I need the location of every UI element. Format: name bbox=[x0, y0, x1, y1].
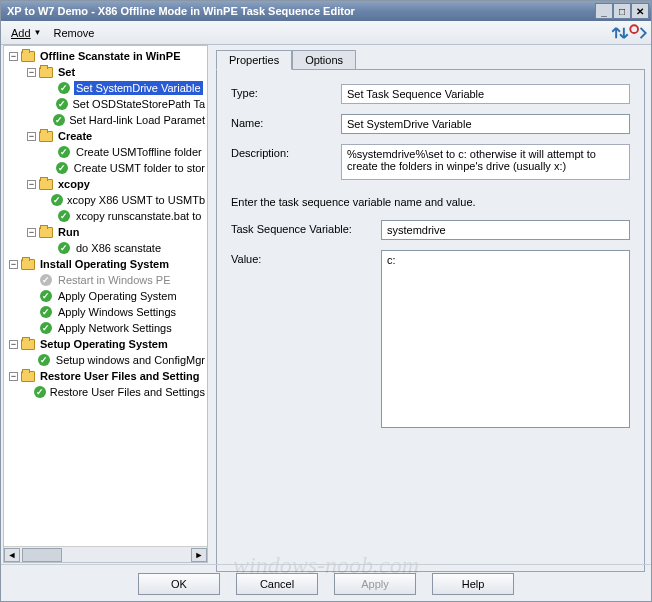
step-ok-icon: ✓ bbox=[51, 193, 63, 207]
remove-button[interactable]: Remove bbox=[48, 25, 101, 41]
tree-node-4[interactable]: ✓Set Hard-link Load Paramet bbox=[4, 112, 207, 128]
folder-icon bbox=[38, 177, 54, 191]
step-ok-icon: ✓ bbox=[34, 385, 46, 399]
ok-button[interactable]: OK bbox=[138, 573, 220, 595]
maximize-button[interactable]: □ bbox=[613, 3, 631, 19]
description-value[interactable]: %systemdrive%\set to c: otherwise it wil… bbox=[341, 144, 630, 180]
tree-twisty-icon bbox=[26, 355, 36, 366]
tree-node-label: Restart in Windows PE bbox=[56, 273, 172, 287]
tab-options[interactable]: Options bbox=[292, 50, 356, 70]
tree-twisty-icon[interactable]: − bbox=[8, 259, 19, 270]
tree-twisty-icon bbox=[44, 147, 55, 158]
tree-twisty-icon[interactable]: − bbox=[26, 131, 37, 142]
tree-node-20[interactable]: −Restore User Files and Setting bbox=[4, 368, 207, 384]
step-ok-icon: ✓ bbox=[56, 209, 72, 223]
cancel-button[interactable]: Cancel bbox=[236, 573, 318, 595]
tree-twisty-icon bbox=[26, 275, 37, 286]
tree-node-12[interactable]: ✓do X86 scanstate bbox=[4, 240, 207, 256]
tree-twisty-icon bbox=[44, 115, 52, 126]
name-input[interactable] bbox=[341, 114, 630, 134]
tree-node-19[interactable]: ✓Setup windows and ConfigMgr bbox=[4, 352, 207, 368]
window-title: XP to W7 Demo - X86 Offline Mode in WinP… bbox=[7, 5, 595, 17]
tree-node-label: Restore User Files and Setting bbox=[38, 369, 202, 383]
folder-icon bbox=[20, 49, 36, 63]
tree-node-16[interactable]: ✓Apply Windows Settings bbox=[4, 304, 207, 320]
tree-twisty-icon[interactable]: − bbox=[26, 227, 37, 238]
tree-node-21[interactable]: ✓Restore User Files and Settings bbox=[4, 384, 207, 400]
tree-twisty-icon bbox=[44, 163, 54, 174]
scroll-thumb[interactable] bbox=[22, 548, 62, 562]
tree-node-10[interactable]: ✓xcopy runscanstate.bat to bbox=[4, 208, 207, 224]
tree-node-label: Apply Network Settings bbox=[56, 321, 174, 335]
tree-node-label: Set SystemDrive Variable bbox=[74, 81, 203, 95]
tree-node-label: Set bbox=[56, 65, 77, 79]
task-tree[interactable]: −Offline Scanstate in WinPE−Set✓Set Syst… bbox=[4, 46, 207, 546]
title-bar: XP to W7 Demo - X86 Offline Mode in WinP… bbox=[1, 1, 651, 21]
tree-node-3[interactable]: ✓Set OSDStateStorePath Ta bbox=[4, 96, 207, 112]
scroll-left-icon[interactable]: ◄ bbox=[4, 548, 20, 562]
folder-icon bbox=[38, 225, 54, 239]
tab-properties[interactable]: Properties bbox=[216, 50, 292, 70]
variable-input[interactable] bbox=[381, 220, 630, 240]
folder-icon bbox=[20, 369, 36, 383]
add-label: Add bbox=[11, 27, 31, 39]
tree-node-label: Run bbox=[56, 225, 81, 239]
tree-node-label: Setup Operating System bbox=[38, 337, 170, 351]
move-down-icon[interactable] bbox=[629, 24, 647, 42]
dropdown-icon: ▼ bbox=[34, 28, 42, 37]
tree-node-label: Offline Scanstate in WinPE bbox=[38, 49, 182, 63]
close-button[interactable]: ✕ bbox=[631, 3, 649, 19]
help-button[interactable]: Help bbox=[432, 573, 514, 595]
tree-node-15[interactable]: ✓Apply Operating System bbox=[4, 288, 207, 304]
variable-label: Task Sequence Variable: bbox=[231, 220, 381, 235]
tree-node-18[interactable]: −Setup Operating System bbox=[4, 336, 207, 352]
tree-twisty-icon bbox=[26, 323, 37, 334]
tree-twisty-icon[interactable]: − bbox=[26, 67, 37, 78]
tree-node-7[interactable]: ✓Create USMT folder to stor bbox=[4, 160, 207, 176]
add-menu-button[interactable]: Add ▼ bbox=[5, 25, 48, 41]
step-ok-icon: ✓ bbox=[55, 97, 69, 111]
tree-twisty-icon bbox=[44, 83, 55, 94]
instruction-text: Enter the task sequence variable name an… bbox=[231, 196, 630, 208]
value-input[interactable]: c: bbox=[381, 250, 630, 428]
folder-icon bbox=[38, 65, 54, 79]
tree-node-5[interactable]: −Create bbox=[4, 128, 207, 144]
folder-icon bbox=[38, 129, 54, 143]
tree-node-11[interactable]: −Run bbox=[4, 224, 207, 240]
tree-twisty-icon[interactable]: − bbox=[8, 51, 19, 62]
dialog-buttons: OK Cancel Apply Help bbox=[1, 564, 651, 595]
value-label: Value: bbox=[231, 250, 381, 265]
tree-node-1[interactable]: −Set bbox=[4, 64, 207, 80]
tree-node-6[interactable]: ✓Create USMToffline folder bbox=[4, 144, 207, 160]
tree-node-9[interactable]: ✓xcopy X86 USMT to USMTb bbox=[4, 192, 207, 208]
step-ok-icon: ✓ bbox=[53, 113, 65, 127]
properties-panel: Type: Set Task Sequence Variable Name: D… bbox=[216, 69, 645, 572]
tree-node-0[interactable]: −Offline Scanstate in WinPE bbox=[4, 48, 207, 64]
tree-twisty-icon bbox=[26, 291, 37, 302]
tree-twisty-icon[interactable]: − bbox=[26, 179, 37, 190]
minimize-button[interactable]: _ bbox=[595, 3, 613, 19]
tree-node-2[interactable]: ✓Set SystemDrive Variable bbox=[4, 80, 207, 96]
step-ok-icon: ✓ bbox=[56, 81, 72, 95]
tree-twisty-icon bbox=[44, 243, 55, 254]
scroll-right-icon[interactable]: ► bbox=[191, 548, 207, 562]
tree-twisty-icon[interactable]: − bbox=[8, 339, 19, 350]
move-up-icon[interactable] bbox=[611, 24, 629, 42]
tree-twisty-icon[interactable]: − bbox=[8, 371, 19, 382]
step-ok-icon: ✓ bbox=[38, 321, 54, 335]
tree-twisty-icon bbox=[44, 195, 50, 206]
apply-button[interactable]: Apply bbox=[334, 573, 416, 595]
svg-point-0 bbox=[630, 25, 638, 33]
tree-node-label: do X86 scanstate bbox=[74, 241, 163, 255]
tree-node-label: Restore User Files and Settings bbox=[48, 385, 207, 399]
tree-node-label: Create bbox=[56, 129, 94, 143]
tree-node-14[interactable]: ✓Restart in Windows PE bbox=[4, 272, 207, 288]
tree-node-8[interactable]: −xcopy bbox=[4, 176, 207, 192]
tree-node-13[interactable]: −Install Operating System bbox=[4, 256, 207, 272]
type-label: Type: bbox=[231, 84, 341, 99]
tree-node-label: Install Operating System bbox=[38, 257, 171, 271]
tree-node-17[interactable]: ✓Apply Network Settings bbox=[4, 320, 207, 336]
tree-twisty-icon bbox=[26, 387, 33, 398]
tree-node-label: Setup windows and ConfigMgr bbox=[54, 353, 207, 367]
horizontal-scrollbar[interactable]: ◄ ► bbox=[4, 546, 207, 562]
